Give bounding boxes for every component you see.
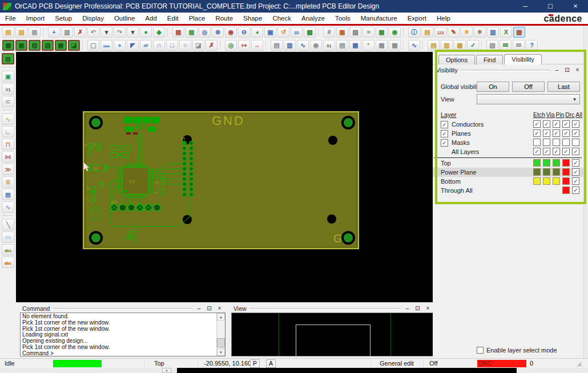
visibility-checkbox[interactable]: [553, 139, 560, 146]
save-drawing-button[interactable]: ▦: [29, 27, 41, 38]
minimize-panel-button[interactable]: –: [404, 305, 411, 312]
custom-menu-button[interactable]: ▦: [376, 27, 388, 38]
visibility-checkbox[interactable]: [572, 139, 579, 146]
maximize-window-button[interactable]: □: [538, 0, 563, 13]
visibility-checkbox[interactable]: ✓: [553, 120, 560, 128]
probe-button[interactable]: ∿: [297, 40, 309, 51]
shape-select-button[interactable]: ◤: [127, 40, 139, 51]
shine-mode-button[interactable]: ☀: [461, 27, 473, 38]
via-color-swatch[interactable]: [543, 168, 550, 176]
edit-text-button[interactable]: abc: [2, 257, 14, 268]
menu-edit[interactable]: Edit: [162, 13, 184, 24]
shape-add-rect-button[interactable]: ▬: [100, 40, 112, 51]
visibility-checkbox[interactable]: ✓: [533, 129, 541, 137]
fanout-button[interactable]: ≫: [2, 164, 14, 175]
zoom-out-button[interactable]: ⊖: [238, 27, 250, 38]
constraints-net-button[interactable]: ▦: [454, 40, 466, 51]
menu-display[interactable]: Display: [77, 13, 109, 24]
layer-group-checkbox[interactable]: ✓: [441, 130, 448, 137]
create-detail-button[interactable]: ◎: [225, 40, 237, 51]
drc-color-swatch[interactable]: [562, 159, 570, 167]
color-dialog-button[interactable]: ▦: [336, 27, 348, 38]
route-connect-button[interactable]: ∿: [2, 113, 14, 125]
shape-arc-button[interactable]: ∩: [153, 40, 165, 51]
visibility-checkbox[interactable]: [533, 139, 541, 146]
enable-layer-select-checkbox[interactable]: [477, 347, 484, 354]
command-scrollbar[interactable]: ▲ ▼: [216, 313, 225, 356]
tab-find[interactable]: Find: [476, 55, 503, 64]
view-dropdown[interactable]: ▾: [477, 94, 580, 104]
zoom-center-button[interactable]: ◉: [225, 27, 237, 38]
visibility-checkbox[interactable]: ✓: [572, 159, 579, 167]
undo-button[interactable]: ↶: [87, 27, 99, 38]
pick-button[interactable]: P: [250, 359, 260, 368]
menu-place[interactable]: Place: [184, 13, 211, 24]
zoom-previous-button[interactable]: ↺: [277, 27, 289, 38]
color-brush-button[interactable]: ✎: [448, 27, 460, 38]
place-manual-button[interactable]: ▣: [2, 71, 14, 82]
key-button[interactable]: *: [363, 40, 374, 51]
copy-button[interactable]: ▥: [61, 27, 73, 38]
edit-mode[interactable]: General edit: [380, 360, 414, 367]
info-button[interactable]: ⓘ: [408, 27, 420, 38]
float-panel-button[interactable]: ⊡: [206, 305, 213, 312]
layer-column-header[interactable]: Via: [546, 111, 555, 118]
unrats-components-button[interactable]: ◪: [68, 40, 80, 51]
rename-refdes-button[interactable]: V1: [2, 83, 14, 95]
drc-color-swatch[interactable]: [562, 168, 570, 176]
delete-button[interactable]: ✗: [74, 27, 86, 38]
zoom-fit-button[interactable]: ▦: [186, 27, 198, 38]
layer-column-header[interactable]: All: [575, 111, 582, 118]
menu-shape[interactable]: Shape: [238, 13, 267, 24]
float-panel-button[interactable]: ⊡: [414, 305, 421, 312]
constraints-spacing-button[interactable]: ▥: [441, 40, 453, 51]
net-in-button[interactable]: ✉: [500, 40, 512, 51]
close-panel-button[interactable]: ×: [216, 305, 223, 312]
selection-filter-button[interactable]: ▦: [513, 27, 525, 38]
shape-polygon-button[interactable]: ▰: [140, 40, 152, 51]
unrats-all-button[interactable]: ▣: [15, 40, 27, 51]
close-window-button[interactable]: ×: [563, 0, 588, 13]
minimize-window-button[interactable]: –: [513, 0, 538, 13]
custom-smooth-button[interactable]: ⊓: [2, 139, 14, 150]
layer-column-header[interactable]: Etch: [533, 111, 545, 118]
visibility-checkbox[interactable]: ✓: [543, 148, 550, 155]
export-logic-button[interactable]: ▧: [486, 40, 498, 51]
pad-library-button[interactable]: ▦: [349, 40, 361, 51]
pin-color-swatch[interactable]: [553, 177, 560, 185]
datatips-button[interactable]: ▥: [487, 27, 499, 38]
collapse-arrow-icon[interactable]: ▴: [162, 368, 171, 373]
rats-net-button[interactable]: ▨: [29, 40, 41, 51]
tab-options[interactable]: Options: [438, 55, 475, 64]
global-visibility-last-button[interactable]: Last: [547, 82, 580, 92]
new-drawing-button[interactable]: ▤: [2, 27, 14, 38]
shape-rect-outline-button[interactable]: □: [166, 40, 178, 51]
menu-file[interactable]: File: [0, 13, 21, 24]
visibility-checkbox[interactable]: ✓: [533, 148, 541, 155]
visibility-checkbox[interactable]: ✓: [572, 168, 579, 176]
net-out-button[interactable]: ✉: [513, 40, 525, 51]
float-panel-button[interactable]: ⊡: [563, 67, 571, 74]
zoom-points-button[interactable]: ◎: [199, 27, 211, 38]
grid-toggle-button[interactable]: #: [323, 27, 335, 38]
visibility-checkbox[interactable]: ✓: [562, 120, 570, 128]
view-3d-button[interactable]: 3D: [291, 27, 303, 38]
menu-analyze[interactable]: Analyze: [296, 13, 330, 24]
shadow-mode-button[interactable]: ≈: [363, 27, 374, 38]
world-view-button[interactable]: ◉: [389, 27, 401, 38]
add-text-button[interactable]: abc: [2, 244, 14, 256]
undo-dropdown[interactable]: ▾: [100, 27, 112, 38]
redo-button[interactable]: ↷: [114, 27, 126, 38]
chevron-down-icon[interactable]: ▾: [571, 96, 578, 103]
constraints-physical-button[interactable]: ▤: [428, 40, 440, 51]
unrats-net-button[interactable]: ▧: [42, 40, 54, 51]
scroll-thumb[interactable]: [217, 338, 225, 347]
drc-color-swatch[interactable]: [562, 177, 570, 185]
visibility-checkbox[interactable]: ✓: [543, 120, 550, 128]
swap-layers-button[interactable]: ▧: [349, 27, 361, 38]
move-button[interactable]: +: [48, 27, 60, 38]
cross-section-button[interactable]: ▥: [284, 40, 296, 51]
resize-grip-icon[interactable]: ◢: [577, 360, 581, 367]
visibility-checkbox[interactable]: ✓: [543, 129, 550, 137]
dimension-button[interactable]: ↔: [251, 40, 263, 51]
